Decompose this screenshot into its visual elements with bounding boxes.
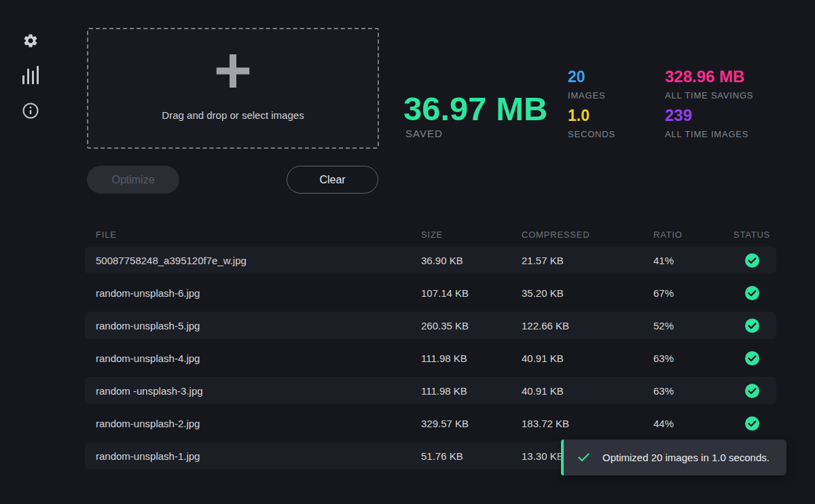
- app-window: Drag and drop or select images Optimize …: [0, 0, 815, 504]
- gear-icon: [22, 33, 39, 49]
- compressed-cell: 40.91 KB: [522, 353, 653, 364]
- size-cell: 36.90 KB: [421, 255, 522, 266]
- ratio-cell: 63%: [653, 385, 727, 397]
- status-cell: [727, 384, 776, 398]
- file-name-cell: 50087758248_a395120f7e_w.jpg: [85, 255, 421, 266]
- seconds-value: 1.0: [568, 107, 590, 125]
- clear-button[interactable]: Clear: [287, 166, 378, 194]
- ratio-cell: 63%: [653, 353, 727, 364]
- images-count-label: IMAGES: [568, 90, 605, 101]
- size-cell: 329.57 KB: [421, 418, 522, 429]
- size-cell: 107.14 KB: [421, 287, 522, 299]
- table-header: FILE SIZE COMPRESSED RATIO STATUS: [85, 228, 776, 241]
- table-row: random-unsplash-6.jpg107.14 KB35.20 KB67…: [85, 279, 776, 306]
- success-check-icon: [745, 416, 759, 431]
- header-ratio: RATIO: [653, 230, 727, 240]
- compressed-cell: 35.20 KB: [522, 287, 653, 299]
- images-count-value: 20: [568, 68, 585, 86]
- table-row: random-unsplash-2.jpg329.57 KB183.72 KB4…: [85, 410, 776, 437]
- success-check-icon: [745, 319, 759, 333]
- status-cell: [727, 416, 776, 431]
- toast-message: Optimized 20 images in 1.0 seconds.: [602, 452, 769, 463]
- all-time-savings-value: 328.96 MB: [665, 67, 744, 86]
- ratio-cell: 44%: [653, 418, 727, 429]
- file-name-cell: random-unsplash-4.jpg: [85, 353, 421, 364]
- header-status: STATUS: [727, 230, 776, 240]
- table-body: 50087758248_a395120f7e_w.jpg36.90 KB21.5…: [85, 247, 776, 469]
- compressed-cell: 40.91 KB: [522, 385, 653, 397]
- file-name-cell: random-unsplash-6.jpg: [85, 287, 421, 299]
- status-cell: [727, 319, 776, 333]
- info-icon: [22, 103, 39, 119]
- header-compressed: COMPRESSED: [522, 230, 653, 240]
- success-check-icon: [745, 253, 759, 268]
- file-name-cell: random-unsplash-1.jpg: [85, 450, 421, 462]
- table-row: random -unsplash-3.jpg111.98 KB40.91 KB6…: [85, 377, 776, 404]
- table-row: random-unsplash-4.jpg111.98 KB40.91 KB63…: [85, 344, 776, 372]
- toast-notification: Optimized 20 images in 1.0 seconds.: [561, 439, 786, 475]
- results-table: FILE SIZE COMPRESSED RATIO STATUS 500877…: [85, 228, 776, 475]
- ratio-cell: 41%: [653, 255, 727, 266]
- sidebar-item-statistics[interactable]: [21, 65, 41, 86]
- size-cell: 51.76 KB: [421, 450, 522, 462]
- success-check-icon: [745, 286, 759, 300]
- file-name-cell: random-unsplash-5.jpg: [85, 320, 421, 331]
- plus-icon: [217, 54, 250, 88]
- success-check-icon: [745, 351, 759, 365]
- table-row: 50087758248_a395120f7e_w.jpg36.90 KB21.5…: [85, 247, 776, 274]
- ratio-cell: 67%: [653, 287, 727, 299]
- file-name-cell: random -unsplash-3.jpg: [85, 385, 421, 397]
- compressed-cell: 122.66 KB: [522, 320, 653, 331]
- optimize-button[interactable]: Optimize: [87, 166, 179, 194]
- bar-chart-icon: [22, 66, 39, 84]
- compressed-cell: 183.72 KB: [522, 418, 653, 429]
- status-cell: [727, 286, 776, 300]
- table-row: random-unsplash-5.jpg260.35 KB122.66 KB5…: [85, 312, 776, 339]
- status-cell: [727, 253, 776, 268]
- success-check-icon: [745, 384, 759, 398]
- sidebar-item-settings[interactable]: [21, 31, 40, 50]
- dropzone-label: Drag and drop or select images: [88, 109, 378, 121]
- file-name-cell: random-unsplash-2.jpg: [85, 418, 421, 429]
- dropzone[interactable]: Drag and drop or select images: [87, 28, 379, 149]
- ratio-cell: 52%: [653, 320, 727, 331]
- size-cell: 111.98 KB: [421, 385, 522, 397]
- toast-check-icon: [578, 453, 590, 462]
- size-cell: 260.35 KB: [421, 320, 522, 331]
- compressed-cell: 21.57 KB: [522, 255, 653, 266]
- size-cell: 111.98 KB: [421, 353, 522, 364]
- saved-value: 36.97 MB: [403, 90, 547, 128]
- all-time-images-value: 239: [665, 106, 692, 125]
- header-file: FILE: [85, 230, 421, 240]
- seconds-label: SECONDS: [568, 129, 615, 139]
- saved-label: SAVED: [405, 128, 443, 139]
- sidebar-item-about[interactable]: [21, 101, 40, 120]
- status-cell: [727, 351, 776, 365]
- all-time-savings-label: ALL TIME SAVINGS: [665, 90, 753, 101]
- all-time-images-label: ALL TIME IMAGES: [665, 129, 748, 139]
- header-size: SIZE: [421, 230, 522, 240]
